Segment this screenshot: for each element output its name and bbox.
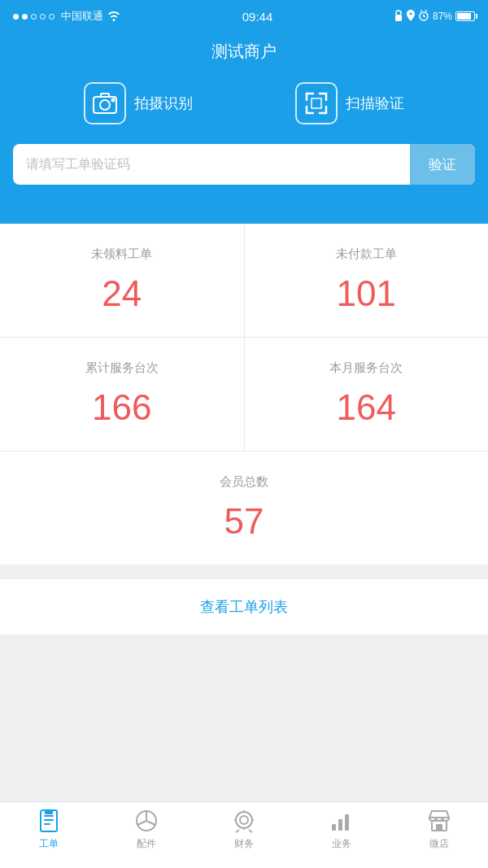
svg-rect-28 — [436, 824, 442, 831]
action-row: 拍摄识别 扫描验证 — [0, 82, 488, 124]
signal-dot-2 — [22, 14, 28, 20]
signal-dot-5 — [49, 14, 54, 20]
battery-icon — [455, 11, 475, 21]
header: 测试商户 拍摄识别 — [0, 33, 488, 224]
search-input[interactable] — [13, 157, 410, 172]
svg-rect-13 — [44, 819, 54, 821]
scan-label: 扫描验证 — [346, 94, 404, 113]
tab-workorder-label: 工单 — [39, 837, 59, 851]
camera-icon — [84, 82, 126, 124]
tab-bar: 工单 配件 财务 — [0, 801, 488, 868]
svg-rect-25 — [345, 814, 349, 831]
stat-total-service-value: 166 — [16, 387, 228, 428]
view-list-text: 查看工单列表 — [200, 599, 288, 615]
page-title: 测试商户 — [0, 41, 488, 63]
view-list-container[interactable]: 查看工单列表 — [0, 579, 488, 635]
camera-label: 拍摄识别 — [134, 94, 193, 113]
stat-total-service: 累计服务台次 166 — [0, 338, 245, 451]
stat-monthly-service-label: 本月服务台次 — [261, 360, 473, 376]
signal-dot-3 — [31, 14, 37, 20]
status-left: 中国联通 — [13, 9, 121, 24]
tab-shop-icon — [427, 809, 451, 833]
scan-icon — [295, 82, 338, 124]
svg-rect-12 — [44, 815, 54, 817]
svg-point-7 — [100, 100, 110, 110]
svg-point-18 — [240, 816, 248, 824]
status-time: 09:44 — [242, 10, 273, 24]
bottom-spacer — [0, 641, 488, 690]
tab-parts-label: 配件 — [137, 837, 156, 851]
svg-rect-23 — [332, 824, 336, 831]
camera-action[interactable]: 拍摄识别 — [84, 82, 193, 124]
lock-icon — [394, 10, 403, 24]
verify-button[interactable]: 验证 — [410, 144, 475, 185]
svg-line-5 — [425, 10, 427, 11]
tab-business-label: 业务 — [332, 837, 351, 851]
spacer — [0, 571, 488, 579]
location-icon — [407, 10, 415, 24]
stat-unpaid-label: 未付款工单 — [261, 246, 473, 262]
stat-total-service-label: 累计服务台次 — [16, 360, 228, 376]
tab-parts-icon — [134, 809, 159, 833]
stat-members-value: 57 — [16, 501, 472, 542]
signal-dot-1 — [13, 14, 19, 20]
battery-percentage: 87% — [433, 11, 452, 22]
status-bar: 中国联通 09:44 — [0, 0, 488, 33]
tab-shop[interactable]: 微店 — [390, 809, 488, 851]
svg-rect-0 — [395, 15, 402, 21]
stat-monthly-service-value: 164 — [261, 387, 473, 428]
tab-business-icon — [329, 809, 354, 833]
svg-rect-10 — [312, 98, 321, 108]
tab-shop-label: 微店 — [429, 837, 449, 851]
tab-finance-icon — [232, 809, 256, 833]
tab-finance-label: 财务 — [234, 837, 254, 851]
stats-row-1: 未领料工单 24 未付款工单 101 — [0, 224, 488, 338]
stat-members-label: 会员总数 — [16, 474, 472, 490]
wifi-icon — [107, 10, 121, 24]
carrier-name: 中国联通 — [61, 9, 103, 24]
search-row: 验证 — [0, 144, 488, 204]
tab-workorder[interactable]: 工单 — [0, 809, 98, 851]
tab-finance[interactable]: 财务 — [195, 809, 293, 851]
stat-unlisted: 未领料工单 24 — [0, 224, 245, 337]
stat-unlisted-label: 未领料工单 — [16, 246, 228, 262]
scan-action[interactable]: 扫描验证 — [295, 82, 404, 124]
stats-container: 未领料工单 24 未付款工单 101 累计服务台次 166 本月服务台次 164… — [0, 224, 488, 565]
stat-unlisted-value: 24 — [16, 273, 228, 314]
svg-line-4 — [420, 10, 422, 11]
svg-rect-8 — [101, 94, 109, 97]
tab-workorder-icon — [37, 809, 61, 833]
stat-monthly-service: 本月服务台次 164 — [245, 338, 489, 451]
status-right: 87% — [394, 10, 475, 24]
main-content: 测试商户 拍摄识别 — [0, 33, 488, 757]
stat-unpaid-value: 101 — [261, 273, 473, 314]
tab-parts[interactable]: 配件 — [98, 809, 195, 851]
stats-row-2: 累计服务台次 166 本月服务台次 164 — [0, 338, 488, 451]
search-box: 验证 — [13, 144, 475, 185]
signal-dot-4 — [40, 14, 46, 20]
svg-point-17 — [236, 812, 252, 828]
stats-row-3: 会员总数 57 — [0, 451, 488, 565]
tab-business[interactable]: 业务 — [293, 809, 390, 851]
svg-rect-14 — [44, 823, 50, 825]
svg-point-9 — [112, 99, 115, 102]
alarm-icon — [418, 10, 429, 24]
svg-rect-15 — [45, 810, 53, 814]
stat-members: 会员总数 57 — [0, 451, 488, 565]
svg-rect-24 — [338, 819, 342, 831]
stat-unpaid: 未付款工单 101 — [245, 224, 489, 337]
